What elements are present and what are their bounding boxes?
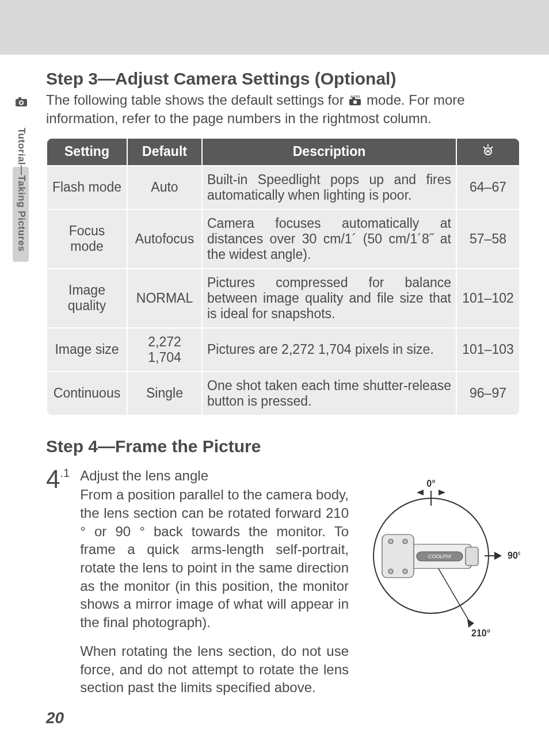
svg-rect-29 — [466, 547, 478, 566]
cell-page: 57–58 — [456, 209, 520, 269]
svg-marker-17 — [439, 490, 445, 495]
cell-description: One shot taken each time shutter-release… — [202, 372, 456, 415]
cell-page: 101–103 — [456, 328, 520, 372]
cell-setting: Image size — [47, 328, 127, 372]
svg-point-3 — [20, 101, 22, 104]
cell-setting: Flash mode — [47, 166, 127, 209]
cell-description: Camera focuses automatically at distance… — [202, 209, 456, 269]
label-90deg: 90° — [508, 551, 520, 560]
table-row: Focus mode Autofocus Camera focuses auto… — [47, 209, 520, 269]
page-ref-icon — [481, 143, 495, 161]
table-row: Image size 2,272 1,704 Pictures are 2,27… — [47, 328, 520, 372]
header-setting: Setting — [47, 138, 127, 166]
cell-default: Autofocus — [127, 209, 202, 269]
svg-point-7 — [353, 100, 357, 104]
svg-point-24 — [388, 539, 393, 544]
svg-text:AUTO: AUTO — [350, 95, 360, 98]
cell-description: Built-in Speedlight pops up and fires au… — [202, 166, 456, 209]
step4-subtitle: Adjust the lens angle — [80, 467, 349, 485]
svg-rect-6 — [352, 97, 355, 100]
top-gray-bar — [0, 0, 549, 55]
step4-number: 4.1 — [46, 467, 70, 492]
header-default: Default — [127, 138, 202, 166]
header-description: Description — [202, 138, 456, 166]
intro-text-before: The following table shows the default se… — [46, 92, 348, 108]
svg-rect-23 — [382, 534, 414, 578]
step4-text-block: Adjust the lens angle From a position pa… — [80, 467, 349, 707]
label-0deg: 0° — [426, 479, 435, 488]
label-210deg: 210° — [471, 628, 490, 638]
cell-setting: Focus mode — [47, 209, 127, 269]
step4-heading: Step 4—Frame the Picture — [46, 437, 520, 456]
step3-heading: Step 3—Adjust Camera Settings (Optional) — [46, 69, 520, 89]
step3-intro: The following table shows the default se… — [46, 91, 520, 128]
table-row: Continuous Single One shot taken each ti… — [47, 372, 520, 415]
table-row: Flash mode Auto Built-in Speedlight pops… — [47, 166, 520, 209]
table-row: Image quality NORMAL Pictures compressed… — [47, 269, 520, 328]
header-page-icon — [456, 138, 520, 166]
lens-rotation-diagram: 0° 90° 210° — [359, 467, 520, 642]
step4-paragraph-1: From a position parallel to the camera b… — [80, 486, 349, 631]
svg-point-27 — [403, 569, 407, 574]
cell-default: NORMAL — [127, 269, 202, 328]
side-tab-label: Tutorial—Taking Pictures — [13, 121, 30, 259]
svg-rect-1 — [18, 97, 21, 100]
step4-paragraph-2: When rotating the lens section, do not u… — [80, 642, 349, 697]
svg-line-11 — [491, 147, 493, 148]
cell-default: Single — [127, 372, 202, 415]
cell-setting: Continuous — [47, 372, 127, 415]
svg-marker-21 — [467, 619, 474, 628]
svg-marker-16 — [417, 490, 424, 495]
step-number-4: 4 — [46, 465, 60, 493]
svg-marker-19 — [494, 552, 502, 560]
cell-page: 101–102 — [456, 269, 520, 328]
cell-description: Pictures compressed for balance between … — [202, 269, 456, 328]
camera-icon — [15, 97, 28, 107]
cell-page: 64–67 — [456, 166, 520, 209]
cell-setting: Image quality — [47, 269, 127, 328]
step-sub-1: .1 — [60, 467, 70, 479]
svg-text:COOLPIX: COOLPIX — [428, 553, 452, 559]
svg-point-26 — [388, 569, 393, 574]
cell-default: 2,272 1,704 — [127, 328, 202, 372]
cell-description: Pictures are 2,272 1,704 pixels in size. — [202, 328, 456, 372]
cell-page: 96–97 — [456, 372, 520, 415]
auto-mode-icon: AUTO — [348, 92, 363, 110]
cell-default: Auto — [127, 166, 202, 209]
svg-point-25 — [403, 539, 407, 544]
svg-line-10 — [483, 147, 485, 148]
settings-table: Setting Default Description Flash mode A… — [46, 138, 520, 416]
page-number: 20 — [46, 709, 64, 727]
table-header-row: Setting Default Description — [47, 138, 520, 166]
